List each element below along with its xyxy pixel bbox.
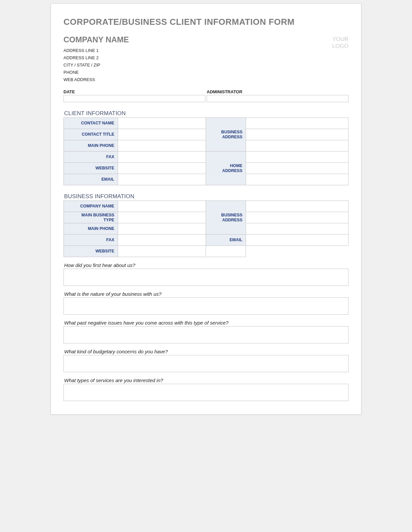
meta-row: DATE ADMINISTRATOR [63,89,349,102]
document-page: CORPORATE/BUSINESS CLIENT INFORMATION FO… [51,3,361,415]
administrator-cell: ADMINISTRATOR [207,89,349,102]
field-fax[interactable] [118,152,206,163]
client-section-title: CLIENT INFORMATION [64,110,349,117]
web-line: WEB ADDRESS [63,76,332,83]
label-main-phone: MAIN PHONE [64,140,118,152]
field-biz-business-address-1[interactable] [246,201,349,212]
label-contact-title: CONTACT TITLE [64,129,118,140]
field-biz-business-address-3[interactable] [246,223,349,235]
question-4-text: What kind of budgetary concerns do you h… [64,349,349,354]
question-4: What kind of budgetary concerns do you h… [63,349,349,372]
header-row: COMPANY NAME ADDRESS LINE 1 ADDRESS LINE… [63,35,349,83]
label-contact-name: CONTACT NAME [64,118,118,129]
label-email: EMAIL [64,174,118,185]
field-email[interactable] [118,174,206,185]
label-home-address: HOMEADDRESS [206,152,246,185]
label-fax: FAX [64,152,118,163]
label-biz-fax: FAX [64,235,118,246]
form-title: CORPORATE/BUSINESS CLIENT INFORMATION FO… [63,17,349,27]
question-5-input[interactable] [63,384,349,401]
label-biz-main-phone: MAIN PHONE [64,223,118,235]
city-state-zip: CITY / STATE / ZIP [63,62,332,69]
field-business-address-3[interactable] [246,140,349,152]
client-info-table: CONTACT NAME BUSINESSADDRESS CONTACT TIT… [63,117,349,185]
field-home-address-2[interactable] [246,163,349,174]
question-1-text: How did you first hear about us? [64,262,349,268]
question-3: What past negative issues have you come … [63,320,349,343]
field-company-name[interactable] [118,201,206,212]
field-home-address-1[interactable] [246,152,349,163]
logo-line-1: YOUR [332,36,349,43]
label-main-business-type: MAIN BUSINESSTYPE [64,212,118,223]
company-name: COMPANY NAME [63,35,332,44]
question-5: What types of services are you intereste… [63,377,349,401]
label-business-address: BUSINESSADDRESS [206,118,246,152]
business-section-title: BUSINESS INFORMATION [64,193,349,200]
label-biz-business-address: BUSINESSADDRESS [206,201,246,235]
field-contact-title[interactable] [118,129,206,140]
field-biz-main-phone[interactable] [118,223,206,235]
field-website[interactable] [118,163,206,174]
phone-line: PHONE [63,69,332,76]
label-biz-website: WEBSITE [64,246,118,257]
address-line-2: ADDRESS LINE 2 [63,54,332,62]
question-2-text: What is the nature of your business with… [64,291,349,297]
logo-placeholder: YOUR LOGO [332,35,349,50]
date-input[interactable] [63,95,205,102]
question-2: What is the nature of your business with… [63,291,349,315]
administrator-input[interactable] [207,95,349,102]
question-1-input[interactable] [63,269,349,286]
field-biz-fax[interactable] [118,235,206,246]
field-biz-business-address-2[interactable] [246,212,349,223]
field-main-phone[interactable] [118,140,206,152]
question-2-input[interactable] [63,297,349,315]
field-blank-2 [246,246,349,257]
question-3-text: What past negative issues have you come … [64,320,349,326]
label-biz-email: EMAIL [206,235,246,246]
logo-line-2: LOGO [332,43,349,50]
question-5-text: What types of services are you intereste… [64,377,349,383]
date-cell: DATE [63,89,205,102]
address-line-1: ADDRESS LINE 1 [63,47,332,54]
field-contact-name[interactable] [118,118,206,129]
field-main-business-type[interactable] [118,212,206,223]
field-biz-email[interactable] [246,235,349,246]
label-company-name: COMPANY NAME [64,201,118,212]
business-info-table: COMPANY NAME BUSINESSADDRESS MAIN BUSINE… [63,200,349,257]
label-website: WEBSITE [64,163,118,174]
question-3-input[interactable] [63,326,349,343]
field-blank-1[interactable] [206,246,246,257]
field-business-address-1[interactable] [246,118,349,129]
date-label: DATE [63,89,205,94]
field-home-address-3[interactable] [246,174,349,185]
field-business-address-2[interactable] [246,129,349,140]
company-block: COMPANY NAME ADDRESS LINE 1 ADDRESS LINE… [63,35,332,83]
administrator-label: ADMINISTRATOR [207,89,349,94]
question-1: How did you first hear about us? [63,262,349,286]
question-4-input[interactable] [63,355,349,372]
field-biz-website[interactable] [118,246,206,257]
